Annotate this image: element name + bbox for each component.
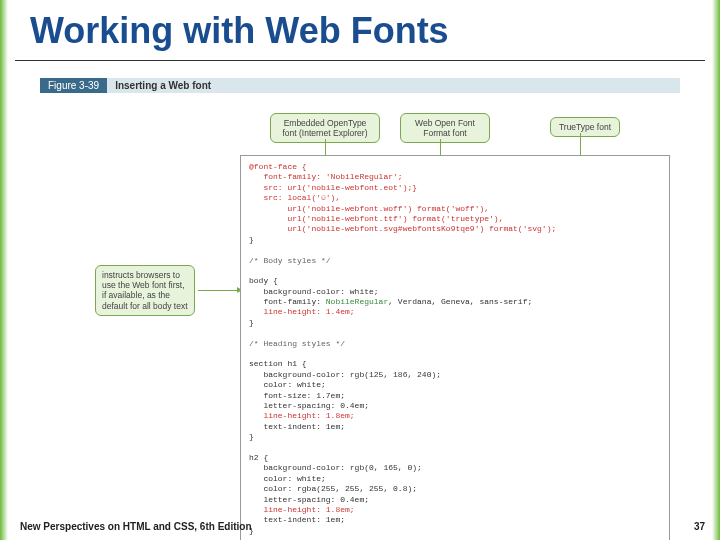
figure-caption: Inserting a Web font <box>107 78 680 93</box>
code-line: font-family: 'NobileRegular'; <box>249 172 403 181</box>
code-block: @font-face { font-family: 'NobileRegular… <box>240 155 670 540</box>
figure-area: Figure 3-39 Inserting a Web font Embedde… <box>40 75 680 495</box>
code-line: body { <box>249 276 278 285</box>
code-fontname: NobileRegular <box>326 297 388 306</box>
code-line: font-family: <box>249 297 326 306</box>
code-line: section h1 { <box>249 359 307 368</box>
left-gradient-bar <box>0 0 8 540</box>
code-line: text-indent: 1em; <box>249 515 345 524</box>
arrow-instruct <box>198 290 238 291</box>
code-line: line-height: 1.4em; <box>249 307 355 316</box>
code-line: , Verdana, Geneva, sans-serif; <box>388 297 532 306</box>
figure-header: Figure 3-39 Inserting a Web font <box>40 75 680 95</box>
code-line: background-color: rgb(125, 186, 240); <box>249 370 441 379</box>
code-comment: /* Body styles */ <box>249 256 331 265</box>
code-line: color: rgba(255, 255, 255, 0.8); <box>249 484 417 493</box>
code-line: color: white; <box>249 380 326 389</box>
callout-ttf: TrueType font <box>550 117 620 137</box>
diagram: Embedded OpenType font (Internet Explore… <box>40 95 680 490</box>
code-line: @font-face { <box>249 162 307 171</box>
code-line: background-color: white; <box>249 287 379 296</box>
code-line: letter-spacing: 0.4em; <box>249 495 369 504</box>
title-underline <box>15 60 705 61</box>
code-line: } <box>249 318 254 327</box>
code-line: letter-spacing: 0.4em; <box>249 401 369 410</box>
page-title: Working with Web Fonts <box>30 10 449 52</box>
code-line: } <box>249 235 254 244</box>
code-line: url('nobile-webfont.svg#webfontsKo9tqe9'… <box>249 224 556 233</box>
code-line: src: local('☺'), <box>249 193 340 202</box>
code-line: text-indent: 1em; <box>249 422 345 431</box>
code-line: line-height: 1.8em; <box>249 505 355 514</box>
code-line: url('nobile-webfont.woff') format('woff'… <box>249 204 489 213</box>
code-line: color: white; <box>249 474 326 483</box>
callout-woff: Web Open Font Format font <box>400 113 490 143</box>
figure-label: Figure 3-39 <box>40 78 107 93</box>
callout-instruct: instructs browsers to use the Web font f… <box>95 265 195 316</box>
code-line: line-height: 1.8em; <box>249 411 355 420</box>
right-gradient-bar <box>712 0 720 540</box>
footer-book-title: New Perspectives on HTML and CSS, 6th Ed… <box>20 521 252 532</box>
code-comment: /* Heading styles */ <box>249 339 345 348</box>
code-line: background-color: rgb(0, 165, 0); <box>249 463 422 472</box>
code-line: src: url('nobile-webfont.eot');} <box>249 183 417 192</box>
footer-page-number: 37 <box>694 521 705 532</box>
code-line: font-size: 1.7em; <box>249 391 345 400</box>
code-line: h2 { <box>249 453 268 462</box>
code-line: } <box>249 432 254 441</box>
code-line: url('nobile-webfont.ttf') format('truety… <box>249 214 503 223</box>
